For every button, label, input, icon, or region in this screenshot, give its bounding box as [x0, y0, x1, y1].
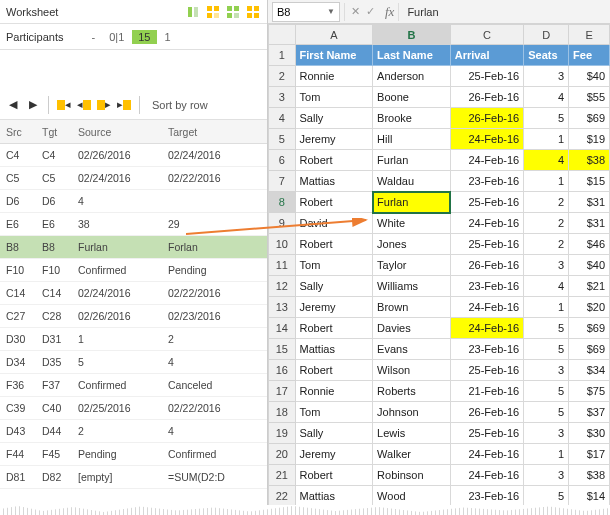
cell[interactable]: Robert [295, 360, 373, 381]
cell[interactable]: $19 [569, 129, 610, 150]
row-head[interactable]: 2 [269, 66, 296, 87]
cell[interactable]: Roberts [373, 381, 451, 402]
cell[interactable]: 25-Feb-16 [450, 423, 524, 444]
cell[interactable]: 3 [524, 255, 569, 276]
cell[interactable]: Mattias [295, 171, 373, 192]
cell[interactable]: $20 [569, 297, 610, 318]
diff-row[interactable]: F44F45PendingConfirmed [0, 443, 267, 466]
cell[interactable]: Wilson [373, 360, 451, 381]
col-head-A[interactable]: A [295, 25, 373, 45]
row-head[interactable]: 20 [269, 444, 296, 465]
row-head[interactable]: 13 [269, 297, 296, 318]
cell[interactable]: 5 [524, 339, 569, 360]
col-target-head[interactable]: Target [162, 122, 267, 142]
cell[interactable]: $40 [569, 66, 610, 87]
cell[interactable]: 1 [524, 297, 569, 318]
cell[interactable]: $75 [569, 381, 610, 402]
cell[interactable]: 1 [524, 129, 569, 150]
header-cell[interactable]: Fee [569, 45, 610, 66]
sort-label[interactable]: Sort by row [152, 99, 208, 111]
nav-next-icon[interactable]: ▸ [97, 97, 111, 113]
diff-row[interactable]: C39C4002/25/201602/22/2016 [0, 397, 267, 420]
next-button[interactable]: ▶ [26, 97, 40, 113]
formula-value[interactable]: Furlan [407, 6, 438, 18]
cell[interactable]: Tom [295, 87, 373, 108]
cell[interactable]: $69 [569, 339, 610, 360]
view-icon-3[interactable] [225, 4, 241, 20]
row-head[interactable]: 17 [269, 381, 296, 402]
col-head-E[interactable]: E [569, 25, 610, 45]
cell[interactable]: $55 [569, 87, 610, 108]
cell[interactable]: 5 [524, 402, 569, 423]
cell[interactable]: 2 [524, 213, 569, 234]
cell[interactable]: 25-Feb-16 [450, 360, 524, 381]
cell[interactable]: $15 [569, 171, 610, 192]
cell[interactable]: 4 [524, 87, 569, 108]
row-head[interactable]: 11 [269, 255, 296, 276]
diff-row[interactable]: D30D3112 [0, 328, 267, 351]
cell[interactable]: 24-Feb-16 [450, 465, 524, 486]
diff-row[interactable]: F10F10ConfirmedPending [0, 259, 267, 282]
enter-icon[interactable]: ✓ [366, 5, 375, 18]
cell[interactable]: $31 [569, 213, 610, 234]
col-source-head[interactable]: Source [72, 122, 162, 142]
cancel-icon[interactable]: ✕ [351, 5, 360, 18]
grid[interactable]: ABCDE1First NameLast NameArrivalSeatsFee… [268, 24, 610, 515]
cell[interactable]: $38 [569, 465, 610, 486]
cell[interactable]: Robert [295, 192, 373, 213]
diff-row[interactable]: D43D4424 [0, 420, 267, 443]
cell[interactable]: 3 [524, 66, 569, 87]
header-cell[interactable]: Arrival [450, 45, 524, 66]
prev-button[interactable]: ◀ [6, 97, 20, 113]
cell[interactable]: $46 [569, 234, 610, 255]
fx-icon[interactable]: fx [385, 4, 394, 20]
cell[interactable]: 2 [524, 234, 569, 255]
cell[interactable]: Boone [373, 87, 451, 108]
cell[interactable]: Sally [295, 108, 373, 129]
row-head[interactable]: 3 [269, 87, 296, 108]
nav-first-icon[interactable]: ◂ [57, 97, 71, 113]
cell[interactable]: Mattias [295, 486, 373, 507]
row-head[interactable]: 19 [269, 423, 296, 444]
cell[interactable]: Sally [295, 423, 373, 444]
cell[interactable]: White [373, 213, 451, 234]
cell[interactable]: 25-Feb-16 [450, 234, 524, 255]
diff-row[interactable]: D34D3554 [0, 351, 267, 374]
cell[interactable]: 3 [524, 465, 569, 486]
cell[interactable]: Walker [373, 444, 451, 465]
view-icon-2[interactable] [205, 4, 221, 20]
row-head[interactable]: 14 [269, 318, 296, 339]
cell[interactable]: 4 [524, 150, 569, 171]
diff-row[interactable]: D6D64 [0, 190, 267, 213]
cell[interactable]: Hill [373, 129, 451, 150]
cell[interactable]: 24-Feb-16 [450, 150, 524, 171]
row-head[interactable]: 5 [269, 129, 296, 150]
cell[interactable]: Tom [295, 402, 373, 423]
row-head[interactable]: 18 [269, 402, 296, 423]
cell[interactable]: 26-Feb-16 [450, 402, 524, 423]
col-head-B[interactable]: B [373, 25, 451, 45]
cell[interactable]: Furlan [373, 192, 451, 213]
cell[interactable]: 24-Feb-16 [450, 318, 524, 339]
cell[interactable]: 5 [524, 486, 569, 507]
cell[interactable]: $17 [569, 444, 610, 465]
diff-row[interactable]: C4C402/26/201602/24/2016 [0, 144, 267, 167]
select-all-corner[interactable] [269, 25, 296, 45]
chevron-down-icon[interactable]: ▼ [327, 7, 335, 16]
cell[interactable]: Robert [295, 465, 373, 486]
row-head[interactable]: 9 [269, 213, 296, 234]
row-head[interactable]: 15 [269, 339, 296, 360]
cell[interactable]: 24-Feb-16 [450, 129, 524, 150]
cell[interactable]: 1 [524, 171, 569, 192]
cell[interactable]: Sally [295, 276, 373, 297]
col-src-head[interactable]: Src [0, 122, 36, 142]
nav-prev-icon[interactable]: ◂ [77, 97, 91, 113]
col-head-C[interactable]: C [450, 25, 524, 45]
cell[interactable]: 4 [524, 276, 569, 297]
cell[interactable]: Furlan [373, 150, 451, 171]
diff-row[interactable]: F36F37ConfirmedCanceled [0, 374, 267, 397]
cell[interactable]: Jeremy [295, 129, 373, 150]
cell[interactable]: $30 [569, 423, 610, 444]
nav-last-icon[interactable]: ▸ [117, 97, 131, 113]
cell[interactable]: 2 [524, 192, 569, 213]
